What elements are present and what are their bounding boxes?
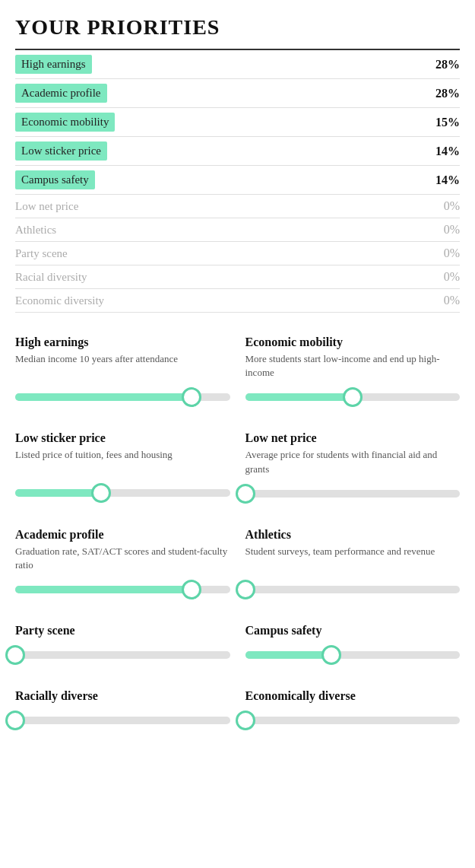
- slider-thumb[interactable]: [236, 711, 255, 730]
- priority-row[interactable]: Academic profile 28%: [15, 79, 460, 108]
- priority-label-container: Economic diversity: [15, 294, 422, 307]
- slider-track-wrapper[interactable]: [15, 709, 230, 732]
- priority-row[interactable]: Athletics 0%: [15, 218, 460, 242]
- priority-pct: 0%: [422, 199, 460, 213]
- priority-pct: 28%: [422, 58, 460, 72]
- slider-track-wrapper[interactable]: [15, 386, 230, 409]
- slider-fill: [15, 489, 101, 497]
- slider-title: Economic mobility: [245, 335, 461, 349]
- slider-title: Party scene: [15, 624, 230, 637]
- slider-track[interactable]: [245, 651, 461, 659]
- slider-track[interactable]: [15, 586, 230, 593]
- slider-thumb[interactable]: [236, 484, 255, 504]
- priority-pct: 14%: [422, 145, 460, 158]
- priority-pct: 15%: [422, 116, 460, 129]
- slider-desc: Median income 10 years after attendance: [15, 352, 230, 380]
- slider-thumb[interactable]: [5, 711, 25, 730]
- priority-row[interactable]: Economic mobility 15%: [15, 108, 460, 137]
- slider-thumb[interactable]: [5, 645, 25, 665]
- priority-pct: 0%: [422, 246, 460, 260]
- priority-label: Economic diversity: [15, 294, 422, 307]
- slider-block-party-scene: Party scene: [15, 624, 230, 666]
- slider-track-wrapper[interactable]: [15, 644, 230, 666]
- priority-row[interactable]: Economic diversity 0%: [15, 289, 460, 313]
- slider-track-wrapper[interactable]: [15, 482, 230, 504]
- priority-row[interactable]: Racial diversity 0%: [15, 265, 460, 289]
- slider-track-wrapper[interactable]: [245, 644, 461, 666]
- slider-track[interactable]: [245, 586, 461, 593]
- priority-pct: 0%: [422, 294, 460, 307]
- slider-desc: More students start low-income and end u…: [245, 352, 461, 380]
- priority-label: Low net price: [15, 200, 422, 213]
- slider-block-low-net-price: Low net price Average price for students…: [245, 431, 461, 504]
- slider-track-wrapper[interactable]: [15, 578, 230, 601]
- priority-label: Party scene: [15, 247, 422, 260]
- priority-row[interactable]: Low sticker price 14%: [15, 137, 460, 166]
- slider-thumb[interactable]: [182, 387, 201, 407]
- priority-pct: 0%: [422, 270, 460, 284]
- slider-track[interactable]: [15, 717, 230, 724]
- priority-label-container: Party scene: [15, 247, 422, 260]
- slider-track[interactable]: [245, 490, 461, 498]
- priority-label-container: Racial diversity: [15, 271, 422, 284]
- priority-label-container: Campus safety: [15, 170, 422, 189]
- priority-label: Low sticker price: [15, 141, 107, 161]
- slider-block-low-sticker-price: Low sticker price Listed price of tuitio…: [15, 431, 230, 504]
- priority-row[interactable]: High earnings 28%: [15, 50, 460, 79]
- priority-label: High earnings: [15, 55, 92, 74]
- priority-label-container: Low net price: [15, 200, 422, 213]
- slider-desc: Average price for students with financia…: [245, 448, 461, 475]
- slider-block-campus-safety: Campus safety: [245, 624, 461, 666]
- page-title: YOUR PRIORITIES: [15, 15, 460, 40]
- slider-title: High earnings: [15, 335, 230, 349]
- priority-list: High earnings 28% Academic profile 28% E…: [15, 50, 460, 313]
- slider-fill: [245, 651, 331, 659]
- priority-pct: 14%: [422, 173, 460, 187]
- priority-label: Athletics: [15, 224, 422, 237]
- priority-label-container: Economic mobility: [15, 113, 422, 132]
- slider-track[interactable]: [15, 489, 230, 497]
- slider-track[interactable]: [245, 393, 461, 401]
- slider-desc: Listed price of tuition, fees and housin…: [15, 448, 230, 475]
- slider-title: Low net price: [245, 431, 461, 445]
- slider-block-economically-diverse: Economically diverse: [245, 689, 461, 732]
- slider-block-high-earnings: High earnings Median income 10 years aft…: [15, 335, 230, 409]
- slider-track-wrapper[interactable]: [245, 578, 461, 601]
- slider-block-academic-profile: Academic profile Graduation rate, SAT/AC…: [15, 528, 230, 601]
- slider-track-wrapper[interactable]: [245, 386, 461, 409]
- priority-row[interactable]: Campus safety 14%: [15, 166, 460, 195]
- priority-row[interactable]: Party scene 0%: [15, 242, 460, 265]
- page-wrapper: YOUR PRIORITIES High earnings 28% Academ…: [0, 0, 475, 755]
- priority-label: Campus safety: [15, 170, 95, 189]
- slider-fill: [15, 393, 192, 401]
- slider-fill: [15, 586, 192, 593]
- priority-pct: 0%: [422, 223, 460, 237]
- priority-pct: 28%: [422, 87, 460, 100]
- priority-label-container: Athletics: [15, 224, 422, 237]
- slider-block-economic-mobility: Economic mobility More students start lo…: [245, 335, 461, 409]
- slider-title: Campus safety: [245, 624, 461, 637]
- slider-desc: Student surveys, team performance and re…: [245, 545, 461, 572]
- slider-title: Racially diverse: [15, 689, 230, 703]
- slider-thumb[interactable]: [236, 580, 255, 599]
- slider-fill: [245, 393, 353, 401]
- slider-thumb[interactable]: [321, 645, 341, 665]
- priority-label: Economic mobility: [15, 113, 115, 132]
- slider-track[interactable]: [245, 717, 461, 724]
- slider-thumb[interactable]: [91, 483, 111, 503]
- slider-track-wrapper[interactable]: [245, 709, 461, 732]
- slider-thumb[interactable]: [182, 580, 201, 599]
- priority-label: Academic profile: [15, 84, 107, 103]
- slider-title: Academic profile: [15, 528, 230, 542]
- slider-block-racially-diverse: Racially diverse: [15, 689, 230, 732]
- priority-label: Racial diversity: [15, 271, 422, 284]
- slider-title: Economically diverse: [245, 689, 461, 703]
- slider-thumb[interactable]: [343, 387, 363, 407]
- priority-label-container: Low sticker price: [15, 141, 422, 161]
- slider-track[interactable]: [15, 651, 230, 659]
- slider-track-wrapper[interactable]: [245, 482, 461, 505]
- slider-title: Athletics: [245, 528, 461, 542]
- priority-row[interactable]: Low net price 0%: [15, 195, 460, 218]
- slider-track[interactable]: [15, 393, 230, 401]
- sliders-section: High earnings Median income 10 years aft…: [15, 335, 460, 732]
